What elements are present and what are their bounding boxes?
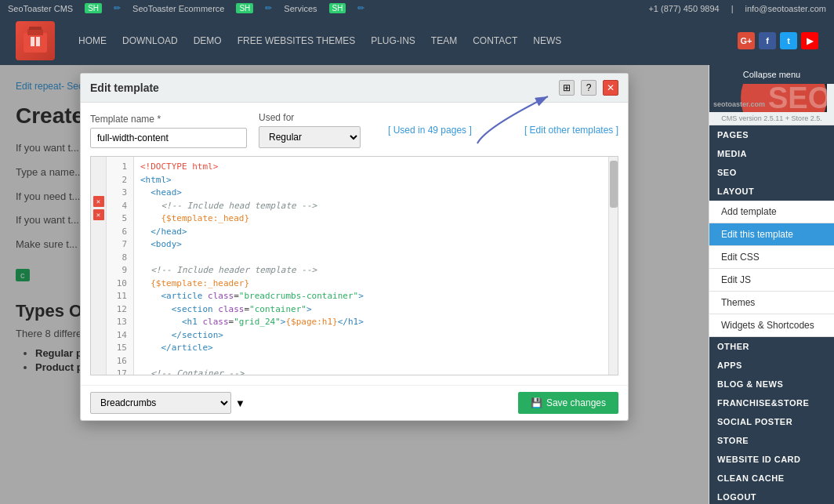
save-changes-button[interactable]: 💾 Save changes: [518, 392, 618, 414]
sidebar-section-social[interactable]: SOCIAL POSTER: [709, 412, 834, 431]
site-header: HOME DOWNLOAD DEMO FREE WEBSITES THEMES …: [0, 16, 834, 65]
dropdown-arrow: ▼: [235, 397, 245, 409]
twitter-icon[interactable]: t: [780, 32, 797, 49]
modal-close-button[interactable]: ✕: [603, 80, 618, 96]
code-content[interactable]: <!DOCTYPE html> <html> <head> <!-- Inclu…: [134, 157, 608, 375]
site-logo[interactable]: [16, 21, 55, 60]
svg-rect-0: [24, 33, 47, 53]
template-select-wrap: Breadcrumbs ▼: [90, 392, 245, 414]
used-for-select[interactable]: Regular Landing Blog: [259, 126, 361, 148]
form-row-top: Template name * Used for Regular Landing…: [90, 112, 618, 148]
line-numbers: 12345 678910 1112131415 1617181920 21222…: [107, 157, 134, 375]
nav-team[interactable]: TEAM: [431, 31, 457, 50]
edit-other-templates-link[interactable]: [ Edit other templates ]: [524, 125, 618, 136]
template-name-input[interactable]: [90, 128, 247, 148]
modal-expand-button[interactable]: ⊞: [559, 80, 575, 96]
remove-icon-1[interactable]: ✕: [93, 196, 104, 207]
nav-free-themes[interactable]: FREE WEBSITES THEMES: [238, 31, 355, 50]
edit-template-modal: Edit template ⊞ ? ✕ Template name *: [80, 73, 629, 421]
youtube-icon[interactable]: ▶: [801, 32, 818, 49]
svg-rect-3: [31, 37, 34, 46]
cms-link[interactable]: SeoToaster CMS: [8, 4, 73, 13]
sidebar-logo-graphic: SEO seotoaster.com: [709, 84, 827, 112]
sidebar-item-themes[interactable]: Themes: [709, 292, 834, 314]
sh-badge-1: SH: [85, 3, 102, 13]
cms-version-text: CMS version 2.5.11 + Store 2.5.: [709, 112, 834, 125]
social-icons: G+ f t ▶: [738, 32, 818, 49]
top-bar: SeoToaster CMS SH ✏ SeoToaster Ecommerce…: [0, 0, 834, 16]
nav-demo[interactable]: DEMO: [194, 31, 222, 50]
modal-footer: Breadcrumbs ▼ 💾 Save changes: [81, 385, 628, 420]
svg-rect-1: [27, 29, 43, 35]
facebook-icon[interactable]: f: [759, 32, 776, 49]
sidebar-section-layout[interactable]: LAYOUT: [709, 182, 834, 201]
template-name-label: Template name *: [90, 114, 247, 125]
sidebar-section-store[interactable]: STORE: [709, 431, 834, 450]
used-for-label: Used for: [259, 112, 361, 123]
nav-news[interactable]: NEWS: [533, 31, 561, 50]
template-dropdown[interactable]: Breadcrumbs: [90, 392, 231, 414]
logo-area: [16, 21, 55, 60]
separator: |: [731, 4, 734, 13]
right-sidebar: Collapse menu SEO seotoaster.com CMS ver…: [709, 65, 834, 504]
sidebar-section-franchise[interactable]: FRANCHISE&STORE: [709, 393, 834, 412]
code-editor[interactable]: ✕ ✕ 12345 678910 1112131415 1617181920 2…: [90, 156, 618, 375]
services-link[interactable]: Services: [284, 4, 317, 13]
nav-contact[interactable]: CONTACT: [473, 31, 517, 50]
edit-icon-1[interactable]: ✏: [114, 3, 121, 13]
used-for-group: Used for Regular Landing Blog: [259, 112, 361, 148]
sidebar-section-pages[interactable]: PAGES: [709, 125, 834, 144]
code-scrollbar[interactable]: [608, 157, 618, 375]
sidebar-section-media[interactable]: MEDIA: [709, 144, 834, 163]
svg-rect-2: [29, 27, 42, 30]
email: info@seotoaster.com: [745, 4, 827, 13]
edit-icon-3[interactable]: ✏: [357, 3, 364, 13]
modal-help-button[interactable]: ?: [581, 80, 596, 96]
collapse-menu-button[interactable]: Collapse menu: [709, 65, 834, 84]
edit-icon-2[interactable]: ✏: [265, 3, 272, 13]
logo-domain-text: seotoaster.com: [713, 100, 823, 108]
code-sidebar-icons: ✕ ✕: [91, 157, 107, 375]
sidebar-section-apps[interactable]: APPS: [709, 356, 834, 375]
modal-header-actions: ⊞ ? ✕: [559, 80, 618, 96]
sidebar-section-clean-cache[interactable]: CLEAN CACHE: [709, 469, 834, 488]
sidebar-section-website-id[interactable]: WEBSITE ID CARD: [709, 450, 834, 469]
nav-home[interactable]: HOME: [78, 31, 107, 50]
sidebar-section-logout[interactable]: LOGOUT: [709, 488, 834, 504]
modal-body: Template name * Used for Regular Landing…: [81, 103, 628, 385]
sh-badge-3: SH: [329, 3, 346, 13]
used-in-pages-text: [ Used in 49 pages ]: [388, 125, 472, 136]
template-name-group: Template name *: [90, 114, 247, 148]
google-plus-icon[interactable]: G+: [738, 32, 755, 49]
main-layout: Edit repeat- Secti... Create W If you wa…: [0, 65, 834, 504]
sidebar-item-add-template[interactable]: Add template: [709, 201, 834, 223]
ecommerce-link[interactable]: SeoToaster Ecommerce: [132, 4, 224, 13]
svg-rect-4: [36, 37, 40, 46]
modal-overlay: Edit template ⊞ ? ✕ Template name *: [0, 65, 709, 504]
modal-title: Edit template: [90, 82, 159, 94]
sidebar-section-other[interactable]: OTHER: [709, 337, 834, 356]
nav-download[interactable]: DOWNLOAD: [122, 31, 178, 50]
save-label: Save changes: [546, 397, 606, 408]
nav-plugins[interactable]: PLUG-INS: [371, 31, 415, 50]
sh-badge-2: SH: [236, 3, 253, 13]
sidebar-section-blog[interactable]: BLOG & NEWS: [709, 375, 834, 393]
sidebar-item-edit-js[interactable]: Edit JS: [709, 269, 834, 292]
sidebar-item-edit-css[interactable]: Edit CSS: [709, 246, 834, 269]
sidebar-item-edit-template[interactable]: Edit this template: [709, 223, 834, 246]
phone: +1 (877) 450 9894: [648, 4, 719, 13]
remove-icon-2[interactable]: ✕: [93, 209, 104, 220]
scrollbar-thumb[interactable]: [610, 161, 618, 208]
modal-header: Edit template ⊞ ? ✕: [81, 74, 628, 103]
page-content: Edit repeat- Secti... Create W If you wa…: [0, 65, 709, 504]
main-nav: HOME DOWNLOAD DEMO FREE WEBSITES THEMES …: [78, 31, 561, 50]
sidebar-item-widgets[interactable]: Widgets & Shortcodes: [709, 314, 834, 337]
save-icon: 💾: [531, 397, 542, 408]
sidebar-section-seo[interactable]: SEO: [709, 163, 834, 182]
